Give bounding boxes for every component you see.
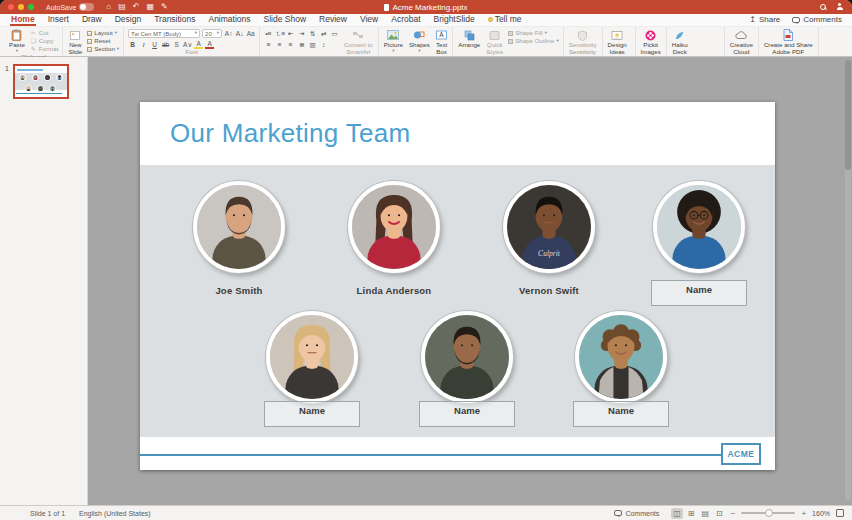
- team-photo[interactable]: [193, 181, 285, 273]
- user-profile-icon[interactable]: [836, 3, 844, 11]
- creative-cloud-button[interactable]: Creative Cloud: [729, 29, 754, 56]
- tab-animations[interactable]: Animations: [207, 14, 251, 26]
- team-photo[interactable]: [266, 311, 358, 403]
- canvas-vertical-scrollbar[interactable]: [845, 60, 851, 500]
- tab-acrobat[interactable]: Acrobat: [390, 14, 421, 26]
- arrange-button[interactable]: Arrange: [457, 29, 481, 48]
- font-size-tool[interactable]: Aa: [246, 29, 255, 38]
- paragraph-tool[interactable]: ≡: [264, 40, 273, 49]
- font-format-tool[interactable]: A: [194, 40, 203, 49]
- paragraph-tool[interactable]: ▭: [330, 29, 339, 38]
- tab-slide-show[interactable]: Slide Show: [263, 14, 308, 26]
- team-photo[interactable]: [421, 311, 513, 403]
- font-format-tool[interactable]: U: [150, 40, 159, 49]
- autosave-control[interactable]: AutoSave: [46, 3, 94, 11]
- quick-access-icon[interactable]: ▦: [146, 0, 154, 14]
- share-button[interactable]: ↥ Share: [749, 15, 780, 24]
- paragraph-tool[interactable]: ⇅: [308, 29, 317, 38]
- comments-button[interactable]: Comments: [792, 15, 842, 24]
- paste-button[interactable]: Paste ▾: [8, 29, 26, 54]
- paragraph-tool[interactable]: •≡: [264, 29, 273, 38]
- quick-styles-button[interactable]: Quick Styles: [485, 29, 504, 56]
- acme-logo[interactable]: ACME: [721, 443, 761, 465]
- font-format-tool[interactable]: A: [205, 40, 214, 49]
- paragraph-tool[interactable]: ⒈≡: [275, 29, 284, 38]
- font-format-tool[interactable]: ab: [161, 40, 170, 49]
- convert-to-smartart-button[interactable]: Convert to SmartArt: [343, 29, 374, 56]
- font-format-tool[interactable]: A∨: [183, 40, 192, 49]
- normal-view-button[interactable]: ◫: [671, 508, 683, 519]
- quick-access-icon[interactable]: ✎: [161, 0, 168, 14]
- tab-home[interactable]: Home: [10, 14, 36, 26]
- member-name[interactable]: Linda Anderson: [357, 285, 432, 296]
- name-placeholder-box[interactable]: Name: [264, 401, 360, 427]
- tab-tell-me[interactable]: Tell me: [487, 14, 523, 26]
- copy-button[interactable]: ❏Copy: [30, 38, 59, 44]
- slide[interactable]: Our Marketing Team Joe SmithLinda Anders…: [140, 102, 775, 470]
- member-name[interactable]: Joe Smith: [215, 285, 262, 296]
- team-photo[interactable]: Culprit: [503, 181, 595, 273]
- font-format-tool[interactable]: I: [139, 40, 148, 49]
- shapes-button[interactable]: Shapes ▾: [408, 29, 431, 54]
- fit-slide-to-window-button[interactable]: [836, 509, 844, 517]
- search-icon[interactable]: [820, 4, 827, 11]
- zoom-slider-knob[interactable]: [765, 509, 773, 517]
- reading-view-button[interactable]: ▤: [699, 508, 711, 519]
- layout-button[interactable]: Layout▾: [87, 30, 119, 36]
- cut-button[interactable]: ✂Cut: [30, 30, 59, 36]
- paragraph-tool[interactable]: ⇤: [286, 29, 295, 38]
- paragraph-tool[interactable]: ≡: [286, 40, 295, 49]
- paragraph-tool[interactable]: ↕: [319, 40, 328, 49]
- name-placeholder-box[interactable]: Name: [419, 401, 515, 427]
- create-share-pdf-button[interactable]: Create and Share Adobe PDF: [763, 29, 814, 56]
- slide-thumbnail-selected[interactable]: Culprit: [13, 64, 69, 99]
- font-name-select[interactable]: Tw Cen MT (Body)▾: [128, 29, 200, 38]
- autosave-toggle[interactable]: [79, 3, 94, 11]
- minimize-window-button[interactable]: [18, 4, 24, 10]
- tab-review[interactable]: Review: [318, 14, 348, 26]
- shape-fill-button[interactable]: Shape Fill▾: [508, 30, 558, 36]
- language-indicator[interactable]: English (United States): [79, 510, 151, 517]
- tab-draw[interactable]: Draw: [81, 14, 103, 26]
- font-size-tool[interactable]: A↓: [235, 29, 244, 38]
- format-painter-button[interactable]: ✎Format: [30, 46, 59, 52]
- paragraph-tool[interactable]: ⇄: [319, 29, 328, 38]
- paragraph-tool[interactable]: ▥: [308, 40, 317, 49]
- zoom-out-button[interactable]: −: [731, 509, 736, 518]
- font-size-select[interactable]: 20▾: [202, 29, 222, 38]
- pickit-images-button[interactable]: Pickit Images: [640, 29, 662, 56]
- close-window-button[interactable]: [8, 4, 14, 10]
- design-ideas-button[interactable]: Design Ideas: [607, 29, 628, 56]
- reset-button[interactable]: Reset: [87, 38, 119, 44]
- member-name[interactable]: Vernon Swift: [519, 285, 579, 296]
- paragraph-tool[interactable]: ≣: [297, 40, 306, 49]
- font-format-tool[interactable]: B: [128, 40, 137, 49]
- quick-access-icon[interactable]: ↶: [133, 0, 140, 14]
- sensitivity-button[interactable]: Sensitivity: [568, 29, 598, 48]
- name-placeholder-box[interactable]: Name: [573, 401, 669, 427]
- picture-button[interactable]: Picture ▾: [383, 29, 404, 54]
- tab-insert[interactable]: Insert: [47, 14, 70, 26]
- haiku-deck-button[interactable]: Haiku Deck: [671, 29, 689, 56]
- section-button[interactable]: Section▾: [87, 46, 119, 52]
- tab-brightslide[interactable]: BrightSlide: [433, 14, 476, 26]
- new-slide-button[interactable]: New Slide: [67, 29, 83, 56]
- quick-access-icon[interactable]: ⌂: [106, 0, 111, 14]
- paragraph-tool[interactable]: ≡: [275, 40, 284, 49]
- team-photo[interactable]: [575, 311, 667, 403]
- zoom-slider[interactable]: [741, 512, 795, 514]
- quick-access-icon[interactable]: ▤: [118, 0, 126, 14]
- tab-view[interactable]: View: [359, 14, 379, 26]
- paragraph-tool[interactable]: ⇥: [297, 29, 306, 38]
- zoom-percentage[interactable]: 160%: [812, 510, 830, 517]
- tab-design[interactable]: Design: [114, 14, 142, 26]
- team-photo[interactable]: [653, 181, 745, 273]
- zoom-window-button[interactable]: [28, 4, 34, 10]
- font-size-tool[interactable]: A↑: [224, 29, 233, 38]
- slide-sorter-button[interactable]: ⊞: [686, 508, 697, 519]
- name-placeholder-box[interactable]: Name: [651, 280, 747, 306]
- status-comments-button[interactable]: Comments: [614, 510, 659, 517]
- zoom-in-button[interactable]: +: [801, 509, 806, 518]
- team-photo[interactable]: [348, 181, 440, 273]
- shape-outline-button[interactable]: Shape Outline▾: [508, 38, 558, 44]
